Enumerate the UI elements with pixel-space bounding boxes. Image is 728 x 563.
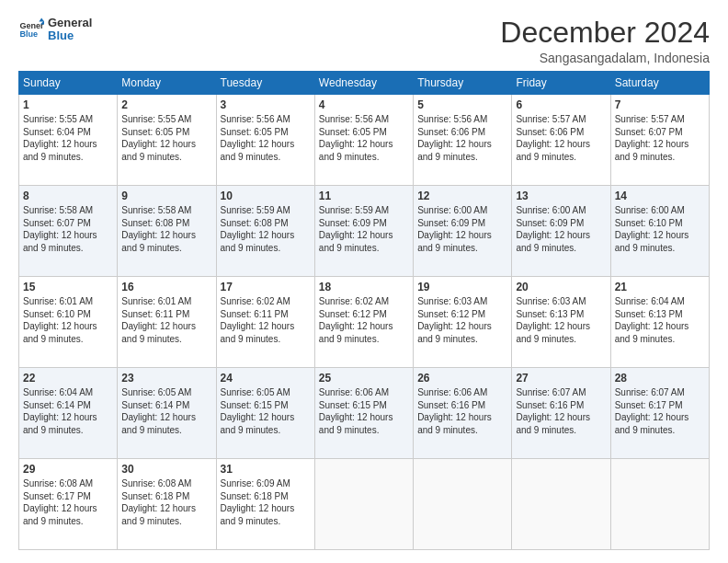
- logo-icon: General Blue: [18, 17, 44, 42]
- daylight-label: Daylight: 12 hours: [23, 139, 97, 149]
- subtitle: Sangasangadalam, Indonesia: [500, 51, 710, 65]
- calendar-cell: 28 Sunrise: 6:07 AM Sunset: 6:17 PM Dayl…: [610, 368, 709, 459]
- calendar-cell: 29 Sunrise: 6:08 AM Sunset: 6:17 PM Dayl…: [19, 459, 118, 550]
- day-number: 20: [516, 280, 606, 294]
- daylight-cont: and 9 minutes.: [417, 334, 478, 344]
- daylight-cont: and 9 minutes.: [221, 152, 281, 162]
- sunset-label: Sunset: 6:04 PM: [23, 127, 91, 137]
- sunrise-label: Sunrise: 5:57 AM: [516, 114, 586, 124]
- day-number: 16: [121, 280, 211, 294]
- main-title: December 2024: [500, 17, 710, 49]
- daylight-label: Daylight: 12 hours: [417, 139, 492, 149]
- daylight-label: Daylight: 12 hours: [221, 139, 295, 149]
- daylight-cont: and 9 minutes.: [221, 516, 281, 526]
- day-number: 15: [23, 280, 113, 294]
- daylight-label: Daylight: 12 hours: [319, 230, 393, 240]
- daylight-label: Daylight: 12 hours: [121, 503, 196, 513]
- day-number: 14: [615, 189, 705, 203]
- daylight-label: Daylight: 12 hours: [417, 412, 492, 422]
- daylight-label: Daylight: 12 hours: [615, 139, 689, 149]
- col-monday: Monday: [118, 72, 216, 95]
- col-wednesday: Wednesday: [314, 72, 413, 95]
- sunset-label: Sunset: 6:11 PM: [221, 309, 289, 319]
- sunset-label: Sunset: 6:15 PM: [319, 400, 387, 410]
- daylight-label: Daylight: 12 hours: [23, 503, 97, 513]
- sunrise-label: Sunrise: 5:58 AM: [23, 205, 93, 215]
- calendar-cell: [512, 459, 610, 550]
- sunset-label: Sunset: 6:18 PM: [221, 491, 289, 501]
- sunrise-label: Sunrise: 5:55 AM: [121, 114, 191, 124]
- daylight-label: Daylight: 12 hours: [221, 412, 295, 422]
- sunset-label: Sunset: 6:14 PM: [121, 400, 189, 410]
- sunset-label: Sunset: 6:17 PM: [615, 400, 683, 410]
- day-number: 10: [221, 189, 311, 203]
- daylight-cont: and 9 minutes.: [615, 152, 676, 162]
- day-number: 6: [516, 98, 606, 112]
- daylight-cont: and 9 minutes.: [319, 243, 380, 253]
- daylight-cont: and 9 minutes.: [319, 425, 380, 435]
- daylight-cont: and 9 minutes.: [615, 425, 676, 435]
- week-row-4: 22 Sunrise: 6:04 AM Sunset: 6:14 PM Dayl…: [19, 368, 710, 459]
- daylight-label: Daylight: 12 hours: [516, 139, 590, 149]
- daylight-label: Daylight: 12 hours: [221, 503, 295, 513]
- sunset-label: Sunset: 6:05 PM: [121, 127, 189, 137]
- daylight-cont: and 9 minutes.: [516, 243, 576, 253]
- day-number: 11: [319, 189, 409, 203]
- calendar-cell: 3 Sunrise: 5:56 AM Sunset: 6:05 PM Dayli…: [216, 95, 314, 186]
- daylight-label: Daylight: 12 hours: [516, 230, 590, 240]
- calendar-cell: 9 Sunrise: 5:58 AM Sunset: 6:08 PM Dayli…: [118, 186, 216, 277]
- day-number: 22: [23, 371, 113, 385]
- calendar-cell: 4 Sunrise: 5:56 AM Sunset: 6:05 PM Dayli…: [314, 95, 413, 186]
- calendar-cell: 16 Sunrise: 6:01 AM Sunset: 6:11 PM Dayl…: [118, 277, 216, 368]
- daylight-label: Daylight: 12 hours: [221, 230, 295, 240]
- sunset-label: Sunset: 6:10 PM: [615, 218, 683, 228]
- daylight-cont: and 9 minutes.: [516, 334, 576, 344]
- sunrise-label: Sunrise: 6:06 AM: [319, 387, 389, 397]
- day-number: 27: [516, 371, 606, 385]
- title-block: December 2024 Sangasangadalam, Indonesia: [500, 17, 710, 65]
- sunrise-label: Sunrise: 5:57 AM: [615, 114, 685, 124]
- sunrise-label: Sunrise: 6:05 AM: [221, 387, 290, 397]
- sunset-label: Sunset: 6:07 PM: [615, 127, 683, 137]
- daylight-cont: and 9 minutes.: [319, 152, 380, 162]
- sunrise-label: Sunrise: 6:09 AM: [221, 478, 290, 488]
- day-number: 28: [615, 371, 705, 385]
- sunset-label: Sunset: 6:08 PM: [121, 218, 189, 228]
- sunrise-label: Sunrise: 5:59 AM: [319, 205, 389, 215]
- sunset-label: Sunset: 6:07 PM: [23, 218, 91, 228]
- daylight-cont: and 9 minutes.: [417, 425, 478, 435]
- calendar-cell: 25 Sunrise: 6:06 AM Sunset: 6:15 PM Dayl…: [314, 368, 413, 459]
- sunset-label: Sunset: 6:16 PM: [516, 400, 584, 410]
- daylight-label: Daylight: 12 hours: [417, 230, 492, 240]
- day-number: 19: [417, 280, 507, 294]
- daylight-label: Daylight: 12 hours: [23, 321, 97, 331]
- daylight-label: Daylight: 12 hours: [23, 230, 97, 240]
- daylight-label: Daylight: 12 hours: [121, 321, 196, 331]
- sunset-label: Sunset: 6:15 PM: [221, 400, 289, 410]
- daylight-cont: and 9 minutes.: [121, 516, 182, 526]
- sunrise-label: Sunrise: 5:56 AM: [417, 114, 487, 124]
- sunrise-label: Sunrise: 6:01 AM: [121, 296, 191, 306]
- day-number: 25: [319, 371, 409, 385]
- calendar-header-row: Sunday Monday Tuesday Wednesday Thursday…: [19, 72, 710, 95]
- calendar-cell: 21 Sunrise: 6:04 AM Sunset: 6:13 PM Dayl…: [610, 277, 709, 368]
- day-number: 26: [417, 371, 507, 385]
- sunset-label: Sunset: 6:05 PM: [319, 127, 387, 137]
- daylight-cont: and 9 minutes.: [417, 243, 478, 253]
- calendar-cell: 5 Sunrise: 5:56 AM Sunset: 6:06 PM Dayli…: [414, 95, 512, 186]
- col-sunday: Sunday: [19, 72, 118, 95]
- calendar-cell: 26 Sunrise: 6:06 AM Sunset: 6:16 PM Dayl…: [414, 368, 512, 459]
- day-number: 7: [615, 98, 705, 112]
- daylight-cont: and 9 minutes.: [23, 334, 84, 344]
- calendar-cell: 31 Sunrise: 6:09 AM Sunset: 6:18 PM Dayl…: [216, 459, 314, 550]
- sunrise-label: Sunrise: 6:07 AM: [615, 387, 685, 397]
- col-saturday: Saturday: [610, 72, 709, 95]
- sunset-label: Sunset: 6:12 PM: [319, 309, 387, 319]
- sunset-label: Sunset: 6:08 PM: [221, 218, 289, 228]
- day-number: 29: [23, 462, 113, 477]
- daylight-cont: and 9 minutes.: [221, 425, 281, 435]
- page-header: General Blue General Blue December 2024 …: [18, 17, 710, 65]
- col-tuesday: Tuesday: [216, 72, 314, 95]
- svg-text:Blue: Blue: [19, 30, 38, 40]
- svg-text:General: General: [19, 21, 44, 30]
